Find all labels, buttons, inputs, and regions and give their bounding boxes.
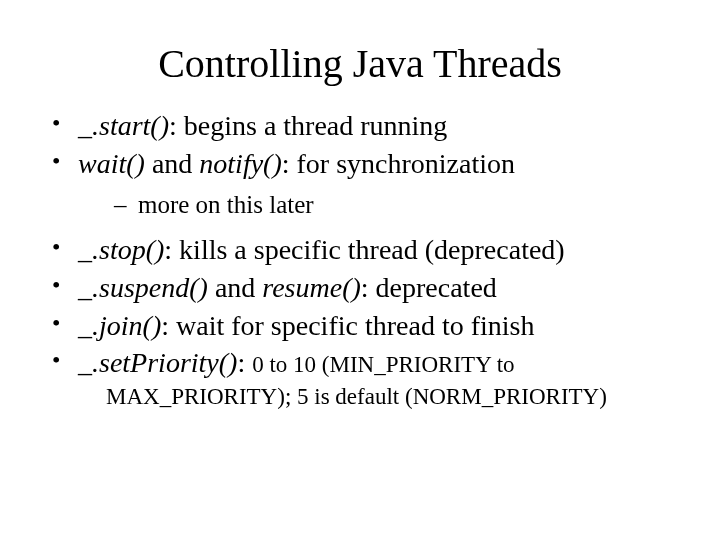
bullet-text: :	[237, 347, 252, 378]
code-italic: _.stop()	[78, 234, 164, 265]
slide: Controlling Java Threads _.start(): begi…	[0, 0, 720, 540]
code-italic: _.setPriority()	[78, 347, 237, 378]
code-italic: _.start()	[78, 110, 169, 141]
bullet-small-continuation: MAX_PRIORITY); 5 is default (NORM_PRIORI…	[78, 382, 670, 412]
slide-title: Controlling Java Threads	[50, 40, 670, 87]
code-italic: notify()	[199, 148, 281, 179]
bullet-small-text: 0 to 10 (MIN_PRIORITY to	[252, 352, 514, 377]
bullet-text: : for synchronization	[282, 148, 515, 179]
bullet-text: : wait for specific thread to finish	[161, 310, 534, 341]
bullet-item: _.setPriority(): 0 to 10 (MIN_PRIORITY t…	[50, 344, 670, 412]
code-italic: _.suspend()	[78, 272, 208, 303]
bullet-text: : begins a thread running	[169, 110, 447, 141]
bullet-item: wait() and notify(): for synchronization…	[50, 145, 670, 221]
bullet-text: and	[145, 148, 199, 179]
bullet-text: : kills a specific thread (deprecated)	[164, 234, 564, 265]
bullet-text: and	[208, 272, 262, 303]
code-italic: wait()	[78, 148, 145, 179]
bullet-item: _.suspend() and resume(): deprecated	[50, 269, 670, 307]
sub-bullet-list: more on this later	[78, 189, 670, 222]
code-italic: _.join()	[78, 310, 161, 341]
bullet-item: _.join(): wait for specific thread to fi…	[50, 307, 670, 345]
bullet-item: _.start(): begins a thread running	[50, 107, 670, 145]
sub-bullet-item: more on this later	[78, 189, 670, 222]
bullet-list: _.start(): begins a thread running wait(…	[50, 107, 670, 412]
bullet-text: : deprecated	[361, 272, 497, 303]
bullet-item: _.stop(): kills a specific thread (depre…	[50, 231, 670, 269]
code-italic: resume()	[262, 272, 360, 303]
